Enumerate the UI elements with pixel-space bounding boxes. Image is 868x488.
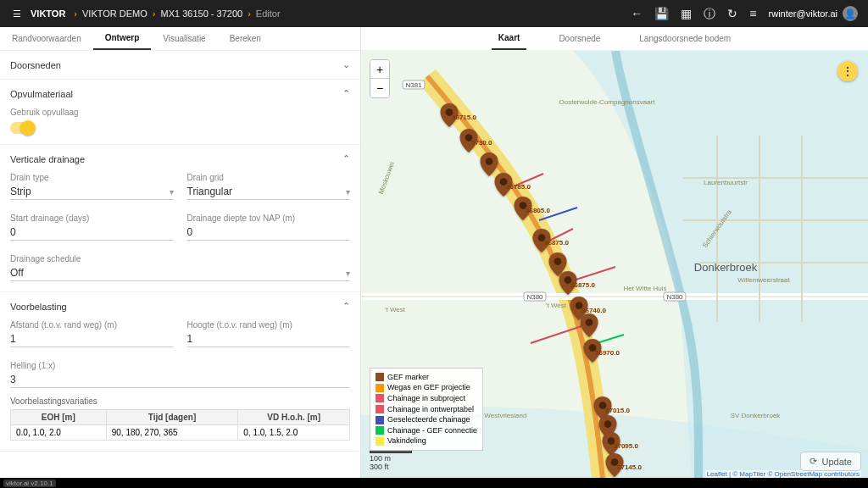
chevron-right-icon: › xyxy=(153,8,156,19)
legend-row: GEF marker xyxy=(376,372,477,383)
tab-doorsnede[interactable]: Doorsnede xyxy=(552,27,607,50)
afstand-label: Afstand (t.o.v. rand weg) (m) xyxy=(10,320,174,330)
legend-row: Chainage in subproject xyxy=(376,393,477,404)
map-text: Het Witte Huis xyxy=(623,285,666,292)
marker-label: 5730.0 xyxy=(471,139,492,147)
scale-metric: 100 m xyxy=(370,454,412,463)
chevron-up-icon: ⌃ xyxy=(342,301,350,312)
tab-bereken[interactable]: Bereken xyxy=(218,27,273,50)
legend-swatch xyxy=(376,426,384,435)
map-text: Willemweerstraat xyxy=(737,276,789,284)
section-header[interactable]: Verticale drainage ⌃ xyxy=(10,153,350,164)
save-icon[interactable]: 💾 xyxy=(654,8,669,19)
start-drainage-input[interactable]: 0 xyxy=(10,225,174,241)
section-doorsneden: Doorsneden ⌄ xyxy=(0,51,360,80)
svg-point-19 xyxy=(554,258,562,265)
tab-randvoorwaarden[interactable]: Randvoorwaarden xyxy=(0,27,93,50)
info-icon[interactable]: ⓘ xyxy=(704,8,715,19)
legend-row: Chainage - GEF connectie xyxy=(376,425,477,436)
drainage-schedule-select[interactable]: Off▾ xyxy=(10,265,350,281)
drain-type-select[interactable]: Strip▾ xyxy=(10,184,174,200)
legend-label: Geselecteerde chainage xyxy=(387,414,470,425)
start-drainage-label: Start drainage (days) xyxy=(10,214,174,223)
left-tabs: Randvoorwaarden Ontwerp Visualisatie Ber… xyxy=(0,27,360,51)
marker-label: 36875.0 xyxy=(570,281,595,289)
table-header: EOH [m] xyxy=(11,410,107,425)
legend-row: Chainage in ontwerptabel xyxy=(376,404,477,415)
city-label: Donkerbroek xyxy=(694,261,757,274)
chevron-right-icon: › xyxy=(74,8,77,19)
marker-label: 36970.0 xyxy=(595,349,620,357)
drain-grid-label: Drain grid xyxy=(187,173,351,182)
tab-ontwerp[interactable]: Ontwerp xyxy=(93,27,152,50)
map-attribution: Leaflet | © MapTiler © OpenStreetMap con… xyxy=(705,470,861,478)
breadcrumb-item[interactable]: VIKTOR DEMO xyxy=(82,8,147,19)
chevron-up-icon: ⌃ xyxy=(342,88,350,99)
map-options-button[interactable]: ⋮ xyxy=(837,61,858,81)
tab-kaart[interactable]: Kaart xyxy=(492,27,527,50)
voorbelastingsvariaties-title: Voorbelastingsvariaties xyxy=(10,396,350,406)
app-footer: viktor.ai v2.10.1 xyxy=(0,478,868,488)
map-text: 't West xyxy=(385,306,405,313)
avatar-icon: 👤 xyxy=(843,6,858,21)
version-badge: viktor.ai v2.10.1 xyxy=(3,480,56,487)
chevron-right-icon: › xyxy=(248,8,251,19)
legend-row: Vakindeling xyxy=(376,435,477,446)
hoogte-input[interactable]: 1 xyxy=(187,331,351,347)
afstand-input[interactable]: 1 xyxy=(10,331,174,347)
section-verticale-drainage: Verticale drainage ⌃ Drain type Strip▾ D… xyxy=(0,145,360,292)
section-header[interactable]: Voorbelasting ⌃ xyxy=(10,301,350,312)
chevron-up-icon: ⌃ xyxy=(342,153,350,164)
road-label: N381 xyxy=(402,80,425,90)
breadcrumb-item: Editor xyxy=(256,8,281,19)
chevron-down-icon: ▾ xyxy=(346,269,350,278)
section-header[interactable]: Opvulmateriaal ⌃ xyxy=(10,88,350,99)
zoom-out-button[interactable]: − xyxy=(370,79,389,97)
table-header: Tijd [dagen] xyxy=(106,410,238,425)
drain-grid-select[interactable]: Triangular▾ xyxy=(187,184,351,200)
left-panel: Randvoorwaarden Ontwerp Visualisatie Ber… xyxy=(0,27,361,478)
back-icon[interactable]: ← xyxy=(631,8,643,19)
breadcrumb-item[interactable]: MX1 36150 - 37200 xyxy=(161,8,243,19)
map-view[interactable]: + − ⋮ Donkerbroek N381 N380 N380 Oosterw… xyxy=(361,51,868,478)
marker-label: 36785.0 xyxy=(506,183,531,191)
section-header[interactable]: Doorsneden ⌄ xyxy=(10,59,350,70)
chevron-down-icon: ⌄ xyxy=(342,59,350,70)
user-email: rwinter@viktor.ai xyxy=(769,8,837,19)
svg-point-15 xyxy=(486,158,493,165)
menu-icon[interactable]: ☰ xyxy=(7,8,27,19)
toggle-label: Gebruik opvullaag xyxy=(10,108,350,117)
user-menu[interactable]: rwinter@viktor.ai 👤 xyxy=(769,6,858,21)
drain-type-label: Drain type xyxy=(10,173,174,182)
map-legend: GEF markerWegas en GEF projectieChainage… xyxy=(370,368,483,451)
table-row[interactable]: 0.0, 1.0, 2.0 90, 180, 270, 365 0, 1.0, … xyxy=(11,425,350,441)
table-cell: 0.0, 1.0, 2.0 xyxy=(11,425,107,441)
marker-label: 37145.0 xyxy=(617,463,642,471)
chevron-down-icon: ▾ xyxy=(346,187,350,197)
topbar-actions: ← 💾 ▦ ⓘ ↻ ≡ rwinter@viktor.ai 👤 xyxy=(631,6,858,21)
chevron-down-icon: ▾ xyxy=(170,187,174,197)
legend-swatch xyxy=(376,394,384,402)
legend-label: GEF marker xyxy=(387,372,429,383)
tab-langsdoorsnede[interactable]: Langsdoorsnede bodem xyxy=(632,27,737,50)
legend-label: Chainage in subproject xyxy=(387,393,465,404)
top-bar: ☰ VIKTOR › VIKTOR DEMO › MX1 36150 - 372… xyxy=(0,0,868,27)
zoom-in-button[interactable]: + xyxy=(370,60,389,79)
marker-label: 37095.0 xyxy=(614,442,638,450)
legend-swatch xyxy=(376,384,384,392)
opvullaag-toggle[interactable] xyxy=(10,122,34,134)
list-icon[interactable]: ≡ xyxy=(749,8,756,19)
helling-label: Helling (1:x) xyxy=(10,361,350,370)
update-button[interactable]: ⟳ Update xyxy=(800,452,861,471)
map-text: Laurenbuurtstr xyxy=(704,179,748,186)
map-text: 't West xyxy=(546,302,566,309)
legend-label: Vakindeling xyxy=(387,435,426,446)
legend-row: Geselecteerde chainage xyxy=(376,414,477,425)
drainage-depth-input[interactable]: 0 xyxy=(187,225,351,241)
table-header: VD H.o.h. [m] xyxy=(238,410,350,425)
history-icon[interactable]: ↻ xyxy=(727,8,737,19)
tab-visualisatie[interactable]: Visualisatie xyxy=(151,27,217,50)
logo: VIKTOR xyxy=(31,9,65,19)
apps-icon[interactable]: ▦ xyxy=(681,8,692,19)
helling-input[interactable]: 3 xyxy=(10,372,350,388)
